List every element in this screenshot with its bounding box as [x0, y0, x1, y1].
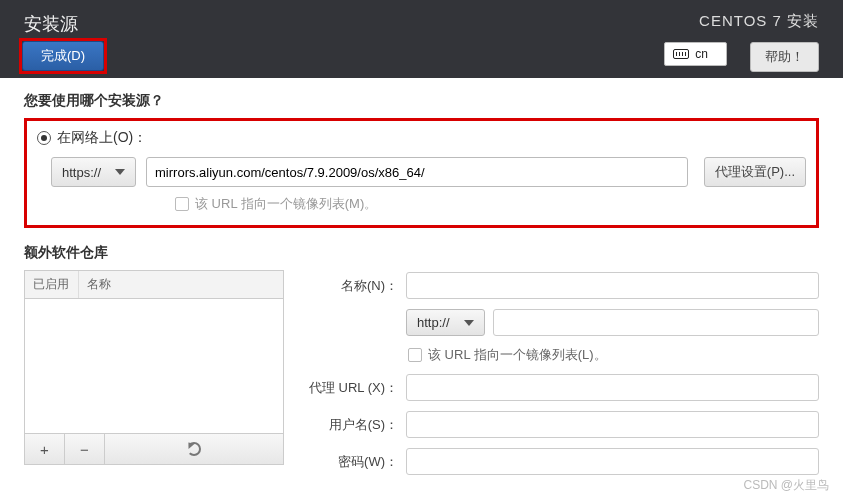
done-button-highlight: 完成(D): [19, 38, 107, 74]
network-radio-label: 在网络上(O)：: [57, 129, 147, 147]
keyboard-layout-label: cn: [695, 47, 708, 61]
repo-protocol-dropdown[interactable]: http://: [406, 309, 485, 336]
proxy-settings-button[interactable]: 代理设置(P)...: [704, 157, 806, 187]
help-button[interactable]: 帮助！: [750, 42, 819, 72]
repo-mirrorlist-label: 该 URL 指向一个镜像列表(L)。: [428, 346, 607, 364]
extra-repos-label: 额外软件仓库: [24, 244, 819, 262]
proxy-url-label: 代理 URL (X)：: [306, 379, 406, 397]
repo-name-label: 名称(N)：: [306, 277, 406, 295]
password-input[interactable]: [406, 448, 819, 475]
repo-form: 名称(N)： http:// 该 URL 指向一个镜像列表(L)。 代理: [306, 272, 819, 485]
password-label: 密码(W)：: [306, 453, 406, 471]
repo-protocol-value: http://: [417, 315, 450, 330]
repo-reload-button[interactable]: [105, 434, 283, 464]
header: 安装源 完成(D) CENTOS 7 安装 cn 帮助！: [0, 0, 843, 78]
repo-list-header: 已启用 名称: [24, 270, 284, 299]
protocol-value: https://: [62, 165, 101, 180]
source-url-input[interactable]: [146, 157, 688, 187]
network-radio[interactable]: [37, 131, 51, 145]
keyboard-icon: [673, 49, 689, 59]
keyboard-layout-indicator[interactable]: cn: [664, 42, 727, 66]
mirrorlist-checkbox[interactable]: [175, 197, 189, 211]
done-button[interactable]: 完成(D): [22, 41, 104, 71]
repo-list-body[interactable]: [24, 299, 284, 434]
page-title: 安装源: [24, 12, 78, 36]
username-label: 用户名(S)：: [306, 416, 406, 434]
repo-url-input[interactable]: [493, 309, 819, 336]
repo-list: 已启用 名称 + −: [24, 270, 284, 485]
source-prompt: 您要使用哪个安装源？: [24, 92, 819, 110]
repo-add-button[interactable]: +: [25, 434, 65, 464]
repo-remove-button[interactable]: −: [65, 434, 105, 464]
installer-title: CENTOS 7 安装: [699, 12, 819, 31]
watermark: CSDN @火里鸟: [743, 477, 829, 494]
repo-col-name: 名称: [79, 271, 119, 298]
repo-name-input[interactable]: [406, 272, 819, 299]
network-source-highlight: 在网络上(O)： https:// 代理设置(P)... 该 URL 指向一个镜…: [24, 118, 819, 228]
mirrorlist-label: 该 URL 指向一个镜像列表(M)。: [195, 195, 377, 213]
chevron-down-icon: [464, 320, 474, 326]
protocol-dropdown[interactable]: https://: [51, 157, 136, 187]
repo-mirrorlist-checkbox[interactable]: [408, 348, 422, 362]
reload-icon: [187, 442, 201, 456]
username-input[interactable]: [406, 411, 819, 438]
chevron-down-icon: [115, 169, 125, 175]
proxy-url-input[interactable]: [406, 374, 819, 401]
repo-col-enabled: 已启用: [25, 271, 79, 298]
